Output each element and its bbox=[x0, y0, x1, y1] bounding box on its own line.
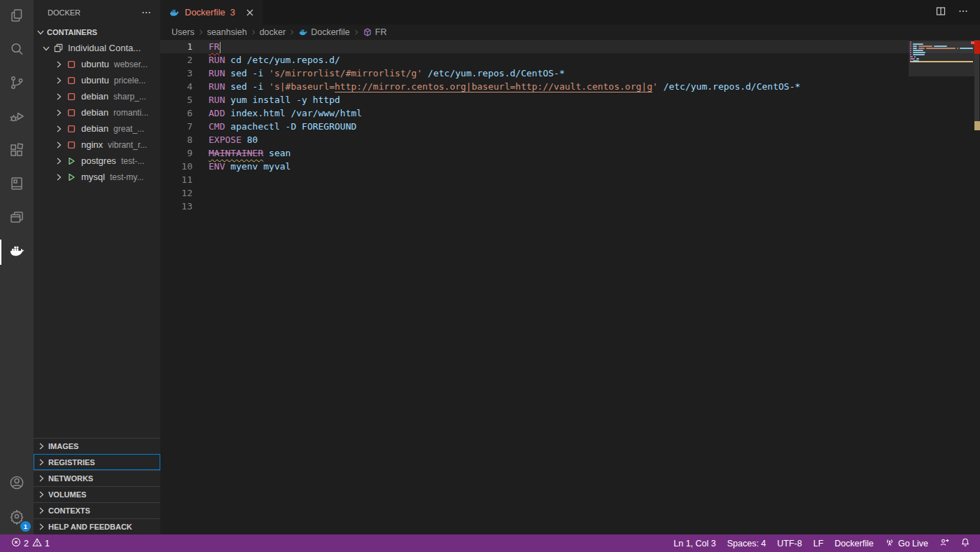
code-line-8[interactable]: 8EXPOSE 80 bbox=[160, 133, 980, 146]
code-line-10[interactable]: 10ENV myenv myval bbox=[160, 160, 980, 173]
container-row-ubuntu[interactable]: ubuntuwebser... bbox=[34, 56, 160, 72]
code-line-7[interactable]: 7CMD apachectl -D FOREGROUND bbox=[160, 120, 980, 133]
breadcrumb-item-seanhsieh[interactable]: seanhsieh bbox=[207, 27, 247, 37]
activity-item-source-control[interactable] bbox=[0, 67, 34, 101]
minimap[interactable] bbox=[910, 41, 973, 125]
stopped-square-icon bbox=[66, 92, 76, 102]
section-networks[interactable]: NETWORKS bbox=[34, 470, 160, 486]
minimap-line bbox=[910, 50, 973, 51]
status-encoding[interactable]: UTF-8 bbox=[771, 534, 807, 552]
token: http://mirror.centos.org|baseurl=http://… bbox=[335, 81, 652, 92]
activity-item-accounts[interactable] bbox=[0, 467, 34, 501]
activity-item-remote-explorer[interactable] bbox=[0, 168, 34, 202]
line-number: 12 bbox=[160, 186, 192, 200]
container-row-mysql[interactable]: mysqltest-my... bbox=[34, 169, 160, 185]
code-line-5[interactable]: 5RUN yum install -y httpd bbox=[160, 93, 980, 106]
tree-group-individual-containers[interactable]: Individual Conta... bbox=[34, 40, 160, 56]
breadcrumb-item-dockerfile[interactable]: Dockerfile bbox=[298, 27, 350, 37]
account-icon bbox=[8, 474, 25, 494]
container-name: debian bbox=[81, 107, 108, 118]
token: /etc/yum.repos.d/CentOS-* bbox=[422, 68, 565, 78]
section-images[interactable]: IMAGES bbox=[34, 438, 160, 454]
section-label: CONTEXTS bbox=[48, 506, 90, 515]
section-label: IMAGES bbox=[48, 442, 78, 450]
source-control-icon bbox=[8, 74, 25, 94]
line-number: 8 bbox=[160, 133, 192, 146]
breadcrumb-item-fr[interactable]: FR bbox=[363, 27, 387, 37]
line-number: 11 bbox=[160, 173, 192, 186]
status-feedback[interactable] bbox=[934, 534, 955, 552]
warning-icon bbox=[32, 537, 42, 549]
containers-section-header[interactable]: CONTAINERS bbox=[34, 25, 160, 40]
minimap-token bbox=[910, 43, 911, 45]
chevron-right-icon bbox=[352, 28, 360, 36]
activity-item-settings[interactable]: 1 bbox=[0, 501, 34, 534]
section-contexts[interactable]: CONTEXTS bbox=[34, 502, 160, 518]
token: 80 bbox=[241, 134, 258, 145]
status-language-mode[interactable]: Dockerfile bbox=[829, 534, 879, 552]
breadcrumb-item-docker[interactable]: docker bbox=[260, 27, 286, 37]
line-content: ADD index.html /var/www/html bbox=[209, 106, 362, 120]
chevron-right-icon bbox=[53, 107, 64, 118]
minimap-line bbox=[910, 60, 973, 62]
section-help-and-feedback[interactable]: HELP AND FEEDBACK bbox=[34, 518, 160, 534]
minimap-line bbox=[910, 58, 973, 60]
close-icon[interactable] bbox=[244, 7, 255, 18]
chevron-right-icon bbox=[53, 139, 64, 151]
code-line-11[interactable]: 11 bbox=[160, 173, 980, 186]
warning-count: 1 bbox=[45, 539, 50, 548]
minimap-line bbox=[910, 52, 973, 53]
container-row-debian[interactable]: debianromanti... bbox=[34, 104, 160, 120]
feedback-icon bbox=[939, 537, 949, 549]
chevron-right-icon bbox=[36, 457, 47, 468]
problems-status[interactable]: 2 1 bbox=[6, 534, 55, 552]
status-cursor-position[interactable]: Ln 1, Col 3 bbox=[668, 534, 721, 552]
section-registries[interactable]: REGISTRIES bbox=[34, 454, 160, 470]
code-line-12[interactable]: 12 bbox=[160, 186, 980, 200]
status-indentation[interactable]: Spaces: 4 bbox=[722, 534, 772, 552]
code-line-3[interactable]: 3RUN sed -i 's/mirrorlist/#mirrorlist/g'… bbox=[160, 67, 980, 80]
status-go-live[interactable]: Go Live bbox=[879, 534, 934, 552]
code-line-1[interactable]: 1FR bbox=[160, 40, 980, 53]
line-number: 6 bbox=[160, 106, 192, 120]
container-row-debian[interactable]: debiangreat_... bbox=[34, 120, 160, 137]
activity-item-run-and-debug[interactable] bbox=[0, 101, 34, 134]
activity-item-live-preview[interactable] bbox=[0, 202, 34, 235]
activity-item-explorer[interactable] bbox=[0, 0, 34, 34]
container-row-nginx[interactable]: nginxvibrant_r... bbox=[34, 137, 160, 153]
breadcrumb-item-users[interactable]: Users bbox=[172, 27, 195, 37]
chevron-right-icon bbox=[36, 489, 47, 500]
minimap-token bbox=[957, 48, 958, 49]
code-line-4[interactable]: 4RUN sed -i 's|#baseurl=http://mirror.ce… bbox=[160, 80, 980, 93]
overview-ruler[interactable] bbox=[974, 40, 980, 534]
container-row-debian[interactable]: debiansharp_... bbox=[34, 88, 160, 104]
container-row-postgres[interactable]: postgrestest-... bbox=[34, 153, 160, 169]
minimap-token bbox=[926, 48, 955, 49]
activity-item-search[interactable] bbox=[0, 34, 34, 67]
chevron-right-icon bbox=[36, 441, 47, 452]
code-line-9[interactable]: 9MAINTAINER sean bbox=[160, 146, 980, 160]
section-volumes[interactable]: VOLUMES bbox=[34, 486, 160, 502]
more-icon[interactable] bbox=[958, 6, 969, 20]
code-line-13[interactable]: 13 bbox=[160, 200, 980, 213]
editor-actions bbox=[935, 0, 980, 25]
docker-sidebar: DOCKER CONTAINERS Individual Conta...ubu… bbox=[34, 0, 160, 534]
code-editor[interactable]: 1FR2RUN cd /etc/yum.repos.d/3RUN sed -i … bbox=[160, 40, 980, 534]
status-notifications[interactable] bbox=[955, 534, 976, 552]
activity-item-docker[interactable] bbox=[0, 235, 34, 269]
minimap-token bbox=[934, 46, 947, 47]
activity-bar-bottom: 1 bbox=[0, 467, 34, 534]
breadcrumb: UsersseanhsiehdockerDockerfileFR bbox=[160, 25, 980, 40]
activity-item-extensions[interactable] bbox=[0, 134, 34, 168]
container-row-ubuntu[interactable]: ubuntupricele... bbox=[34, 72, 160, 88]
tab-dockerfile[interactable]: Dockerfile 3 bbox=[160, 0, 262, 25]
token: CMD bbox=[209, 121, 225, 132]
line-number: 4 bbox=[160, 80, 192, 93]
code-lines: 1FR2RUN cd /etc/yum.repos.d/3RUN sed -i … bbox=[160, 40, 980, 213]
more-icon[interactable] bbox=[141, 7, 152, 18]
split-icon[interactable] bbox=[935, 6, 946, 20]
status-eol[interactable]: LF bbox=[808, 534, 830, 552]
status-label: Spaces: 4 bbox=[727, 539, 766, 548]
code-line-2[interactable]: 2RUN cd /etc/yum.repos.d/ bbox=[160, 53, 980, 67]
code-line-6[interactable]: 6ADD index.html /var/www/html bbox=[160, 106, 980, 120]
